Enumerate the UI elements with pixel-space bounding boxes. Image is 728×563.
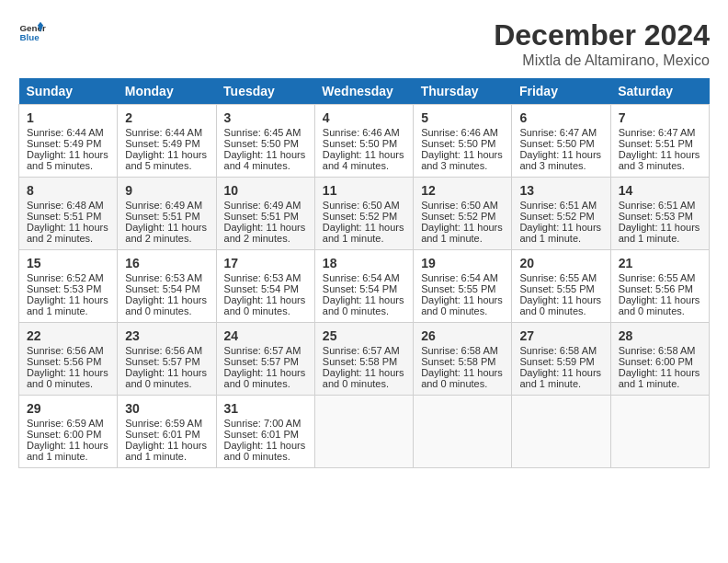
sunrise-text: Sunrise: 6:47 AM — [519, 127, 597, 138]
sunrise-text: Sunrise: 6:46 AM — [323, 127, 400, 138]
calendar-cell: 4 Sunrise: 6:46 AM Sunset: 5:50 PM Dayli… — [314, 105, 413, 178]
day-number: 4 — [323, 110, 405, 125]
sunset-text: Sunset: 5:53 PM — [619, 211, 693, 222]
daylight-text: Daylight: 11 hours and 1 minute. — [27, 440, 108, 462]
day-number: 22 — [27, 328, 109, 343]
col-wednesday: Wednesday — [314, 78, 413, 105]
day-number: 1 — [27, 110, 109, 125]
sunrise-text: Sunrise: 7:00 AM — [224, 418, 301, 429]
sunrise-text: Sunrise: 6:49 AM — [125, 200, 202, 211]
sunset-text: Sunset: 5:50 PM — [421, 138, 495, 149]
sunset-text: Sunset: 5:51 PM — [27, 211, 101, 222]
daylight-text: Daylight: 11 hours and 0 minutes. — [323, 367, 404, 389]
sunset-text: Sunset: 5:50 PM — [323, 138, 397, 149]
day-number: 16 — [125, 256, 208, 270]
day-number: 19 — [421, 256, 504, 270]
day-number: 13 — [519, 183, 602, 198]
calendar-cell: 28 Sunrise: 6:58 AM Sunset: 6:00 PM Dayl… — [610, 323, 709, 396]
sunrise-text: Sunrise: 6:50 AM — [421, 200, 498, 211]
day-number: 27 — [519, 328, 602, 343]
calendar-row-4: 22 Sunrise: 6:56 AM Sunset: 5:56 PM Dayl… — [19, 323, 710, 396]
sunset-text: Sunset: 5:54 PM — [125, 283, 199, 294]
calendar-cell: 10 Sunrise: 6:49 AM Sunset: 5:51 PM Dayl… — [216, 178, 314, 250]
daylight-text: Daylight: 11 hours and 1 minute. — [519, 367, 601, 389]
calendar-cell — [414, 396, 512, 468]
daylight-text: Daylight: 11 hours and 5 minutes. — [27, 149, 108, 171]
daylight-text: Daylight: 11 hours and 0 minutes. — [224, 367, 306, 389]
calendar-cell: 23 Sunrise: 6:56 AM Sunset: 5:57 PM Dayl… — [118, 323, 216, 396]
day-number: 14 — [619, 183, 701, 198]
sunset-text: Sunset: 6:00 PM — [27, 429, 101, 440]
calendar-cell: 31 Sunrise: 7:00 AM Sunset: 6:01 PM Dayl… — [216, 396, 314, 468]
sunrise-text: Sunrise: 6:55 AM — [619, 272, 696, 283]
daylight-text: Daylight: 11 hours and 1 minute. — [421, 222, 503, 244]
calendar-row-1: 1 Sunrise: 6:44 AM Sunset: 5:49 PM Dayli… — [19, 105, 710, 178]
col-thursday: Thursday — [414, 78, 512, 105]
sunset-text: Sunset: 5:56 PM — [619, 283, 693, 294]
logo: General Blue — [18, 18, 46, 46]
daylight-text: Daylight: 11 hours and 0 minutes. — [619, 294, 700, 316]
sunrise-text: Sunrise: 6:52 AM — [27, 272, 104, 283]
sunrise-text: Sunrise: 6:59 AM — [27, 418, 104, 429]
sunset-text: Sunset: 5:57 PM — [224, 356, 299, 367]
header-row: Sunday Monday Tuesday Wednesday Thursday… — [19, 78, 710, 105]
sunrise-text: Sunrise: 6:45 AM — [224, 127, 301, 138]
calendar-cell: 14 Sunrise: 6:51 AM Sunset: 5:53 PM Dayl… — [610, 178, 709, 250]
daylight-text: Daylight: 11 hours and 0 minutes. — [519, 294, 601, 316]
sunrise-text: Sunrise: 6:57 AM — [224, 345, 301, 356]
calendar-cell: 26 Sunrise: 6:58 AM Sunset: 5:58 PM Dayl… — [414, 323, 512, 396]
daylight-text: Daylight: 11 hours and 0 minutes. — [421, 294, 503, 316]
daylight-text: Daylight: 11 hours and 5 minutes. — [125, 149, 207, 171]
title-block: December 2024 Mixtla de Altamirano, Mexi… — [494, 18, 710, 69]
calendar-cell: 9 Sunrise: 6:49 AM Sunset: 5:51 PM Dayli… — [118, 178, 216, 250]
sunset-text: Sunset: 6:01 PM — [125, 429, 199, 440]
day-number: 7 — [619, 110, 701, 125]
day-number: 28 — [619, 328, 701, 343]
sunrise-text: Sunrise: 6:59 AM — [125, 418, 202, 429]
sunset-text: Sunset: 5:59 PM — [519, 356, 594, 367]
sunrise-text: Sunrise: 6:48 AM — [27, 200, 104, 211]
sunset-text: Sunset: 5:54 PM — [323, 283, 397, 294]
sunset-text: Sunset: 5:51 PM — [125, 211, 199, 222]
day-number: 2 — [125, 110, 208, 125]
calendar-cell: 1 Sunrise: 6:44 AM Sunset: 5:49 PM Dayli… — [19, 105, 118, 178]
sunrise-text: Sunrise: 6:57 AM — [323, 345, 400, 356]
daylight-text: Daylight: 11 hours and 1 minute. — [619, 367, 700, 389]
daylight-text: Daylight: 11 hours and 0 minutes. — [125, 294, 207, 316]
daylight-text: Daylight: 11 hours and 3 minutes. — [519, 149, 601, 171]
calendar-cell: 3 Sunrise: 6:45 AM Sunset: 5:50 PM Dayli… — [216, 105, 314, 178]
calendar-cell: 16 Sunrise: 6:53 AM Sunset: 5:54 PM Dayl… — [118, 250, 216, 323]
daylight-text: Daylight: 11 hours and 2 minutes. — [125, 222, 207, 244]
daylight-text: Daylight: 11 hours and 3 minutes. — [421, 149, 503, 171]
calendar-cell: 21 Sunrise: 6:55 AM Sunset: 5:56 PM Dayl… — [610, 250, 709, 323]
sunrise-text: Sunrise: 6:58 AM — [619, 345, 696, 356]
col-tuesday: Tuesday — [216, 78, 314, 105]
calendar-cell: 27 Sunrise: 6:58 AM Sunset: 5:59 PM Dayl… — [512, 323, 610, 396]
day-number: 12 — [421, 183, 504, 198]
sunrise-text: Sunrise: 6:44 AM — [27, 127, 104, 138]
sunset-text: Sunset: 5:52 PM — [421, 211, 495, 222]
daylight-text: Daylight: 11 hours and 3 minutes. — [619, 149, 700, 171]
daylight-text: Daylight: 11 hours and 2 minutes. — [224, 222, 306, 244]
sunrise-text: Sunrise: 6:49 AM — [224, 200, 301, 211]
sunset-text: Sunset: 5:53 PM — [27, 283, 101, 294]
sunrise-text: Sunrise: 6:44 AM — [125, 127, 202, 138]
daylight-text: Daylight: 11 hours and 0 minutes. — [323, 294, 404, 316]
calendar-cell: 18 Sunrise: 6:54 AM Sunset: 5:54 PM Dayl… — [314, 250, 413, 323]
calendar-row-2: 8 Sunrise: 6:48 AM Sunset: 5:51 PM Dayli… — [19, 178, 710, 250]
logo-icon: General Blue — [18, 18, 46, 46]
sunset-text: Sunset: 5:49 PM — [125, 138, 199, 149]
sunset-text: Sunset: 5:58 PM — [323, 356, 397, 367]
sunrise-text: Sunrise: 6:58 AM — [519, 345, 597, 356]
day-number: 18 — [323, 256, 405, 270]
day-number: 3 — [224, 110, 307, 125]
day-number: 11 — [323, 183, 405, 198]
col-saturday: Saturday — [610, 78, 709, 105]
calendar-cell: 25 Sunrise: 6:57 AM Sunset: 5:58 PM Dayl… — [314, 323, 413, 396]
day-number: 6 — [519, 110, 602, 125]
daylight-text: Daylight: 11 hours and 0 minutes. — [27, 367, 108, 389]
sunrise-text: Sunrise: 6:53 AM — [224, 272, 301, 283]
calendar-cell: 15 Sunrise: 6:52 AM Sunset: 5:53 PM Dayl… — [19, 250, 118, 323]
day-number: 9 — [125, 183, 208, 198]
sunset-text: Sunset: 5:51 PM — [224, 211, 299, 222]
